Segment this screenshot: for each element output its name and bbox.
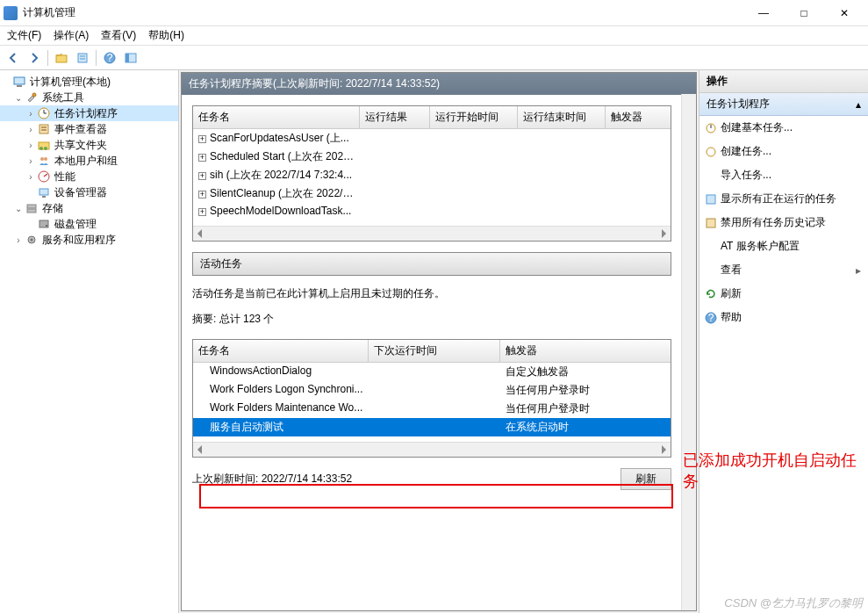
last-refresh-label: 上次刷新时间: 2022/7/14 14:33:52	[192, 472, 352, 487]
svg-point-10	[32, 93, 36, 97]
tree-performance[interactable]: › 性能	[0, 169, 178, 184]
menu-bar: 文件(F) 操作(A) 查看(V) 帮助(H)	[0, 26, 868, 46]
shared-folder-icon	[37, 138, 51, 152]
tools-icon	[25, 90, 39, 105]
maximize-button[interactable]: □	[784, 0, 824, 26]
svg-rect-8	[14, 77, 25, 84]
vertical-scrollbar[interactable]	[681, 94, 696, 610]
disk-icon	[37, 217, 51, 231]
svg-text:?: ?	[107, 52, 113, 64]
tree-disk-mgmt[interactable]: 磁盘管理	[0, 216, 178, 232]
menu-action[interactable]: 操作(A)	[54, 28, 89, 43]
actions-subheader[interactable]: 任务计划程序 ▴	[699, 93, 868, 116]
table-row[interactable]: Work Folders Maintenance Wo...当任何用户登录时	[193, 400, 671, 418]
refresh-button[interactable]: 刷新	[621, 468, 671, 490]
svg-text:?: ?	[708, 312, 714, 324]
refresh-icon	[705, 288, 717, 300]
svg-point-31	[31, 239, 33, 242]
svg-point-18	[39, 147, 43, 150]
pane-toggle-button[interactable]	[121, 48, 140, 68]
import-icon	[705, 169, 717, 182]
tree-event-viewer[interactable]: › 事件查看器	[0, 121, 178, 137]
svg-point-29	[46, 225, 47, 227]
table-row[interactable]: WindowsActionDialog自定义触发器	[193, 363, 671, 381]
table-row[interactable]: +ScanForUpdatesAsUser (上...	[193, 129, 671, 148]
table-row[interactable]: 服务自启动测试在系统启动时	[193, 418, 671, 436]
help-icon: ?	[705, 312, 717, 324]
performance-icon	[37, 169, 51, 184]
tree-services-apps[interactable]: › 服务和应用程序	[0, 232, 178, 248]
horizontal-scrollbar-2[interactable]	[193, 442, 671, 457]
svg-rect-24	[39, 189, 48, 195]
toolbar: ?	[0, 46, 868, 70]
active-tasks-description: 活动任务是当前已在此计算机上启用且未过期的任务。	[192, 286, 671, 301]
svg-point-34	[707, 148, 715, 156]
minimize-button[interactable]: —	[743, 0, 784, 26]
help-button[interactable]: ?	[100, 48, 119, 68]
action-create-task[interactable]: 创建任务...	[699, 140, 868, 163]
back-button[interactable]	[4, 48, 23, 68]
actions-header: 操作	[699, 70, 868, 93]
center-panel: 任务计划程序摘要(上次刷新时间: 2022/7/14 14:33:52) 任务名…	[179, 70, 699, 613]
collapse-icon: ▴	[856, 98, 861, 111]
svg-rect-7	[126, 54, 129, 62]
tree-task-scheduler[interactable]: › 任务计划程序	[0, 105, 178, 121]
tree-device-manager[interactable]: 设备管理器	[0, 184, 178, 200]
action-disable-history[interactable]: 禁用所有任务历史记录	[699, 211, 868, 234]
active-tasks-summary: 摘要: 总计 123 个	[192, 312, 671, 327]
active-tasks-table: 任务名 下次运行时间 触发器 WindowsActionDialog自定义触发器…	[192, 339, 671, 458]
actions-panel: 操作 任务计划程序 ▴ 创建基本任务... 创建任务... 导入任务... 显示…	[699, 70, 868, 613]
svg-rect-9	[17, 85, 22, 87]
col-task-name[interactable]: 任务名	[193, 106, 360, 128]
table-row[interactable]: +sih (上次在 2022/7/14 7:32:4...	[193, 166, 671, 184]
col-active-next[interactable]: 下次运行时间	[369, 340, 500, 362]
table-row[interactable]: +SilentCleanup (上次在 2022/7...	[193, 184, 671, 203]
tree-root[interactable]: 计算机管理(本地)	[0, 74, 178, 90]
device-icon	[37, 185, 51, 199]
storage-icon	[25, 201, 39, 215]
history-icon	[705, 217, 717, 229]
tree-shared-folders[interactable]: › 共享文件夹	[0, 137, 178, 153]
close-button[interactable]: ✕	[824, 0, 864, 26]
col-active-name[interactable]: 任务名	[193, 340, 369, 362]
action-refresh[interactable]: 刷新	[699, 282, 868, 306]
svg-point-20	[40, 157, 44, 161]
title-bar: 计算机管理 — □ ✕	[0, 0, 868, 26]
active-tasks-header[interactable]: 活动任务	[192, 252, 671, 276]
chevron-right-icon: ▸	[856, 264, 861, 277]
view-icon	[705, 264, 717, 277]
action-import-task[interactable]: 导入任务...	[699, 163, 868, 187]
menu-view[interactable]: 查看(V)	[101, 28, 136, 43]
properties-button[interactable]	[73, 48, 92, 68]
table-row[interactable]: Work Folders Logon Synchroni...当任何用户登录时	[193, 381, 671, 400]
tree-storage[interactable]: ⌄ 存储	[0, 200, 178, 216]
col-trigger[interactable]: 触发器	[606, 106, 671, 128]
menu-file[interactable]: 文件(F)	[7, 28, 41, 43]
tree-local-users[interactable]: › 本地用户和组	[0, 153, 178, 169]
svg-point-19	[44, 147, 47, 150]
tree-system-tools[interactable]: ⌄ 系统工具	[0, 90, 178, 105]
horizontal-scrollbar[interactable]	[193, 226, 671, 241]
svg-rect-36	[707, 219, 715, 227]
col-active-trigger[interactable]: 触发器	[500, 340, 671, 362]
task-icon	[705, 146, 717, 158]
col-end[interactable]: 运行结束时间	[518, 106, 606, 128]
users-icon	[37, 154, 51, 168]
action-help[interactable]: ? 帮助	[699, 306, 868, 329]
window-title: 计算机管理	[23, 5, 743, 20]
forward-button[interactable]	[25, 48, 44, 68]
clock-icon	[37, 106, 51, 120]
table-row[interactable]: +SpeechModelDownloadTask...	[193, 203, 671, 219]
table-row[interactable]: +Scheduled Start (上次在 2022...	[193, 148, 671, 166]
navigation-tree: 计算机管理(本地) ⌄ 系统工具 › 任务计划程序 ›	[0, 74, 178, 248]
up-folder-button[interactable]	[52, 48, 71, 68]
action-show-running[interactable]: 显示所有正在运行的任务	[699, 187, 868, 211]
action-view[interactable]: 查看 ▸	[699, 258, 868, 282]
task-basic-icon	[705, 122, 717, 134]
svg-rect-26	[27, 205, 36, 208]
action-at-service[interactable]: AT 服务帐户配置	[699, 234, 868, 258]
col-result[interactable]: 运行结果	[360, 106, 430, 128]
action-create-basic-task[interactable]: 创建基本任务...	[699, 116, 868, 140]
menu-help[interactable]: 帮助(H)	[148, 28, 184, 43]
col-start[interactable]: 运行开始时间	[430, 106, 518, 128]
